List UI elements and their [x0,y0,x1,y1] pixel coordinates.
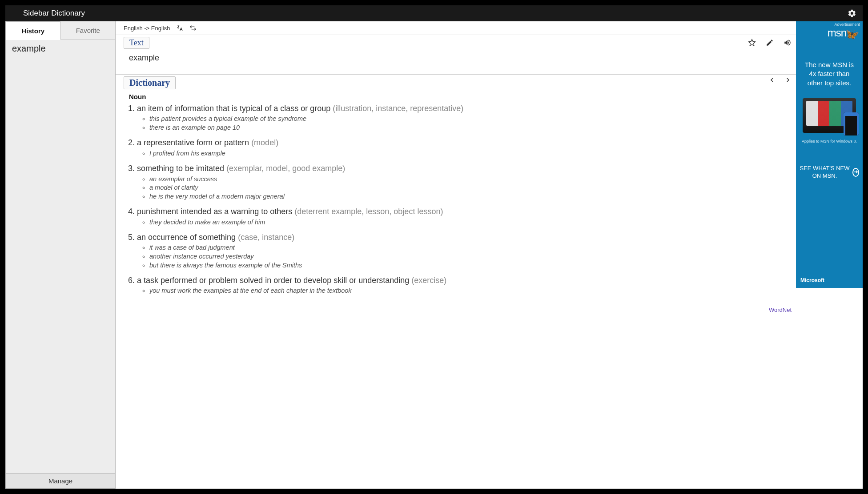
definition-item: a representative form or pattern (model)… [137,137,792,158]
titlebar: Sidebar Dictionary [5,5,863,21]
definition-item: punishment intended as a warning to othe… [137,206,792,227]
example-sentence: this patient provides a typical example … [149,115,792,124]
definition-item: an occurrence of something (case, instan… [137,232,792,270]
language-pair[interactable]: English -> English [124,25,170,32]
arrow-right-icon: ➜ [852,168,859,177]
app-title: Sidebar Dictionary [23,9,85,18]
tab-history-label: History [21,27,44,35]
tab-favorite-label: Favorite [76,27,100,34]
next-icon[interactable] [784,76,792,84]
dictionary-section: Dictionary Noun an item of information t… [116,75,863,301]
definition-text: an item of information that is typical o… [137,104,333,113]
ad-footer: Microsoft [796,277,863,288]
examples-list: an exemplar of successa model of clarity… [137,175,792,201]
dictionary-section-label: Dictionary [124,76,176,89]
speaker-icon[interactable] [784,39,792,47]
examples-list: you must work the examples at the end of… [137,287,792,295]
ad-device-image [803,98,856,133]
history-list: example [6,40,115,473]
example-sentence: it was a case of bad judgment [149,243,792,252]
definition-item: an item of information that is typical o… [137,103,792,132]
synonyms: (exercise) [411,276,446,285]
text-actions [748,39,792,47]
star-icon[interactable] [748,39,756,47]
definition-item: something to be imitated (exemplar, mode… [137,163,792,201]
svg-marker-0 [749,40,755,46]
ad-tagline: The new MSN is 4x faster than other top … [796,41,863,96]
example-sentence: they decided to make an example of him [149,218,792,227]
tab-favorite[interactable]: Favorite [61,21,116,40]
example-sentence: an exemplar of success [149,175,792,184]
examples-list: this patient provides a typical example … [137,115,792,132]
definition-text: an occurrence of something [137,233,238,242]
advertisement[interactable]: Advertisement msn🦋 The new MSN is 4x fas… [796,21,863,288]
ad-label: Advertisement [796,21,863,27]
manage-label: Manage [48,477,72,485]
examples-list: it was a case of bad judgmentanother ins… [137,243,792,270]
prev-icon[interactable] [768,76,776,84]
examples-list: they decided to make an example of him [137,218,792,227]
history-item[interactable]: example [12,44,109,54]
manage-button[interactable]: Manage [6,473,115,488]
tab-history[interactable]: History [6,21,61,40]
main: English -> English Text [116,21,863,489]
source-link[interactable]: WordNet [769,307,792,313]
definition-text: a representative form or pattern [137,138,251,147]
dictionary-nav [768,76,792,84]
language-row: English -> English [116,21,863,35]
translate-icon[interactable] [176,24,183,32]
ad-cta: SEE WHAT'S NEW ON MSN. ➜ [796,165,863,180]
synonyms: (model) [251,138,278,147]
example-sentence: another instance occurred yesterday [149,252,792,261]
sidebar-tabs: History Favorite [6,21,115,40]
example-sentence: but there is always the famous example o… [149,261,792,270]
swap-icon[interactable] [189,24,197,32]
edit-icon[interactable] [766,39,774,47]
gear-icon[interactable] [848,9,856,18]
synonyms: (deterrent example, lesson, object lesso… [294,207,443,216]
definition-text: something to be imitated [137,164,226,173]
examples-list: I profited from his example [137,149,792,158]
ad-fineprint: Applies to MSN for Windows 8. [796,137,863,144]
example-sentence: I profited from his example [149,149,792,158]
text-section: Text example [116,35,863,74]
part-of-speech: Noun [116,89,792,103]
example-sentence: he is the very model of a modern major g… [149,192,792,201]
synonyms: (illustration, instance, representative) [333,104,463,113]
ad-logo: msn🦋 [796,27,863,41]
definition-text: punishment intended as a warning to othe… [137,207,294,216]
example-sentence: you must work the examples at the end of… [149,287,792,295]
lookup-word: example [116,49,863,63]
sidebar: History Favorite example Manage [5,21,116,489]
synonyms: (exemplar, model, good example) [226,164,345,173]
definition-item: a task performed or problem solved in or… [137,275,792,295]
example-sentence: a model of clarity [149,183,792,192]
definition-text: a task performed or problem solved in or… [137,276,411,285]
synonyms: (case, instance) [238,233,294,242]
example-sentence: there is an example on page 10 [149,124,792,132]
definitions-list: an item of information that is typical o… [116,103,792,295]
text-section-label: Text [124,37,149,49]
